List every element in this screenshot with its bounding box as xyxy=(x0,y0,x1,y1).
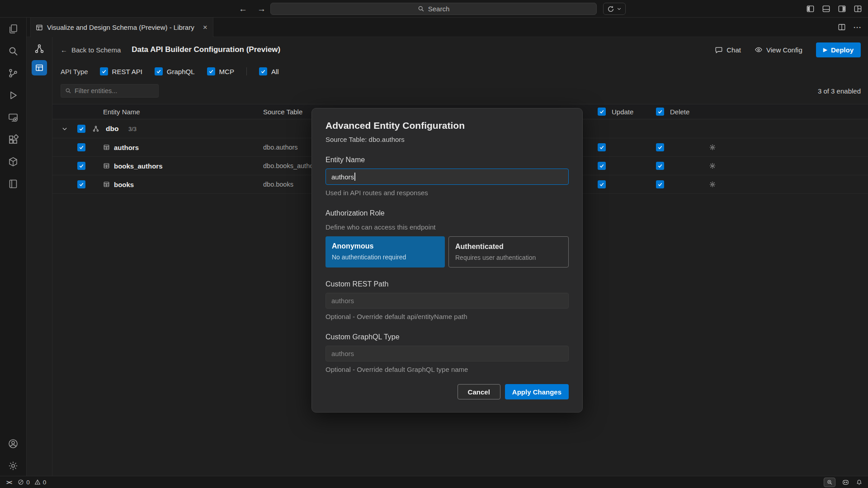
update-checkbox[interactable] xyxy=(598,180,606,188)
row-checkbox[interactable] xyxy=(77,143,85,151)
library-view-icon[interactable] xyxy=(8,178,19,189)
entity-name: books xyxy=(114,181,134,188)
entity-name-help: Used in API routes and responses xyxy=(326,189,569,197)
filter-rest-api[interactable]: REST API xyxy=(100,67,142,75)
page-title: Data API Builder Configuration (Preview) xyxy=(132,45,280,54)
delete-checkbox[interactable] xyxy=(656,143,664,151)
row-settings-gear-icon[interactable] xyxy=(709,144,716,151)
zoom-indicator[interactable] xyxy=(824,478,835,487)
chevron-down-icon xyxy=(617,6,622,11)
apply-changes-button[interactable]: Apply Changes xyxy=(505,384,569,399)
explorer-icon[interactable] xyxy=(8,23,19,34)
run-debug-icon[interactable] xyxy=(8,90,19,101)
close-icon[interactable]: × xyxy=(203,23,208,32)
settings-gear-icon[interactable] xyxy=(8,460,19,471)
custom-graphql-type-input[interactable] xyxy=(326,346,569,361)
forward-arrow-icon[interactable]: → xyxy=(257,5,266,13)
copilot-session-button[interactable] xyxy=(603,3,626,15)
custom-graphql-type-help: Optional - Override default GraphQL type… xyxy=(326,366,569,373)
group-count: 3/3 xyxy=(128,125,137,132)
server-disconnected-icon[interactable] xyxy=(8,112,19,123)
dialog-title: Advanced Entity Configuration xyxy=(326,120,569,131)
database-projects-icon[interactable] xyxy=(8,156,19,167)
filter-graphql[interactable]: GraphQL xyxy=(155,67,195,75)
warnings-icon xyxy=(34,479,41,485)
rest-api-checkbox[interactable] xyxy=(100,67,108,75)
source-control-icon[interactable] xyxy=(8,68,19,79)
filter-mcp[interactable]: MCP xyxy=(207,67,234,75)
update-checkbox[interactable] xyxy=(598,143,606,151)
row-settings-gear-icon[interactable] xyxy=(709,162,716,169)
view-config-label: View Config xyxy=(766,46,802,54)
tab-bar: Visualize and Design Schema (Preview) - … xyxy=(27,18,868,37)
delete-checkbox[interactable] xyxy=(656,180,664,188)
dialog-footer: Cancel Apply Changes xyxy=(326,384,569,399)
cancel-button[interactable]: Cancel xyxy=(458,384,500,399)
table-icon xyxy=(103,181,110,188)
custom-rest-path-help: Optional - Override default api/entityNa… xyxy=(326,313,569,320)
command-search-box[interactable]: Search xyxy=(270,3,597,15)
entity-name: authors xyxy=(114,144,139,151)
dialog-source-table: Source Table: dbo.authors xyxy=(326,136,569,143)
all-checkbox[interactable] xyxy=(259,67,267,75)
mcp-checkbox[interactable] xyxy=(207,67,215,75)
cycle-icon xyxy=(607,5,614,13)
delete-all-checkbox[interactable] xyxy=(656,108,664,116)
page-header: ← Back to Schema Data API Builder Config… xyxy=(52,37,868,62)
entity-filter-row: 3 of 3 enabled xyxy=(52,80,868,102)
search-view-icon[interactable] xyxy=(8,46,19,56)
layout-panel-icon[interactable] xyxy=(822,5,830,13)
schema-tab-icon xyxy=(36,24,43,31)
layout-sidebar-left-icon[interactable] xyxy=(806,5,815,13)
graphql-checkbox[interactable] xyxy=(155,67,163,75)
row-checkbox[interactable] xyxy=(77,162,85,170)
back-arrow-icon: ← xyxy=(61,46,67,54)
api-type-filter-row: API Type REST API GraphQL MCP xyxy=(52,62,868,80)
back-arrow-icon[interactable]: ← xyxy=(239,5,247,13)
entity-name-label: Entity Name xyxy=(326,156,569,164)
back-label: Back to Schema xyxy=(71,46,121,54)
authenticated-desc: Requires user authentication xyxy=(455,254,562,261)
tab-title: Visualize and Design Schema (Preview) - … xyxy=(47,23,194,31)
api-builder-icon[interactable] xyxy=(32,60,47,75)
row-checkbox[interactable] xyxy=(77,180,85,188)
remote-indicator-icon[interactable]: >< xyxy=(6,479,11,486)
col-update: Update xyxy=(612,108,633,116)
notifications-bell-icon[interactable] xyxy=(856,479,863,486)
row-settings-gear-icon[interactable] xyxy=(709,181,716,188)
filter-all[interactable]: All xyxy=(259,67,279,75)
eye-icon xyxy=(755,46,763,54)
extensions-icon[interactable] xyxy=(8,134,19,145)
chat-button[interactable]: Chat xyxy=(715,46,741,54)
search-icon xyxy=(418,5,425,12)
filter-entities-field[interactable] xyxy=(61,84,159,98)
entity-name-input[interactable]: authors xyxy=(326,169,569,185)
tab-visualize-design-schema[interactable]: Visualize and Design Schema (Preview) - … xyxy=(30,18,213,37)
filter-entities-input[interactable] xyxy=(75,87,154,94)
errors-icon xyxy=(18,479,24,485)
schema-designer-icon[interactable] xyxy=(34,43,45,54)
split-editor-icon[interactable] xyxy=(838,23,846,31)
authenticated-option[interactable]: Authenticated Requires user authenticati… xyxy=(448,236,569,267)
customize-layout-icon[interactable] xyxy=(854,5,862,13)
source-table: dbo.books_authors xyxy=(263,162,319,169)
update-all-checkbox[interactable] xyxy=(598,108,606,116)
custom-rest-path-input[interactable] xyxy=(326,293,569,309)
group-checkbox[interactable] xyxy=(77,125,85,133)
account-icon[interactable] xyxy=(8,438,19,449)
source-table: dbo.authors xyxy=(263,144,298,151)
delete-checkbox[interactable] xyxy=(656,162,664,170)
problems-indicator[interactable]: 0 0 xyxy=(18,479,46,486)
copilot-icon[interactable] xyxy=(842,479,849,486)
back-to-schema-button[interactable]: ← Back to Schema xyxy=(61,46,121,54)
chevron-down-icon[interactable] xyxy=(61,126,68,132)
view-config-button[interactable]: View Config xyxy=(755,46,802,54)
update-checkbox[interactable] xyxy=(598,162,606,170)
more-actions-icon[interactable]: ··· xyxy=(854,23,862,31)
deploy-button[interactable]: ▶ Deploy xyxy=(816,42,861,57)
group-name: dbo xyxy=(106,125,118,133)
layout-sidebar-right-icon[interactable] xyxy=(838,5,846,13)
anonymous-option[interactable]: Anonymous No authentication required xyxy=(326,236,445,267)
layout-controls xyxy=(806,0,862,17)
deploy-label: Deploy xyxy=(831,46,854,54)
